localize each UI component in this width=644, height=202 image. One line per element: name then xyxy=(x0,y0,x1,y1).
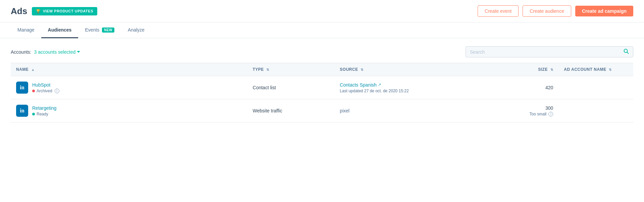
events-new-badge: NEW xyxy=(102,28,114,33)
status-dot-2 xyxy=(32,113,35,115)
info-icon-1[interactable]: i xyxy=(55,89,59,93)
tab-audiences[interactable]: Audiences xyxy=(41,22,78,38)
accounts-label: Accounts: xyxy=(11,49,31,55)
cell-size-1: 420 xyxy=(496,76,559,99)
audience-name-2[interactable]: Retargeting xyxy=(32,105,56,111)
external-link-icon-1: ↗ xyxy=(378,83,381,87)
cell-name-2: in Retargeting Ready xyxy=(11,99,247,122)
size-value-1: 420 xyxy=(502,85,553,90)
top-bar-right: Create event Create audience Create ad c… xyxy=(478,5,633,17)
page-title: Ads xyxy=(11,6,27,16)
cell-type-2: Website traffic xyxy=(247,99,334,122)
search-icon[interactable] xyxy=(624,49,629,55)
sort-icon-size: ⇅ xyxy=(550,68,553,71)
linkedin-icon-2: in xyxy=(16,105,28,117)
cell-adaccount-1 xyxy=(558,76,633,99)
cell-size-2: 300 Too small i xyxy=(496,99,559,122)
nav-tabs: Manage Audiences Events NEW Analyze xyxy=(0,22,644,38)
cell-adaccount-2 xyxy=(558,99,633,122)
info-icon-2[interactable]: i xyxy=(548,112,553,116)
accounts-selector: Accounts: 3 accounts selected xyxy=(11,49,80,55)
table-row: in Retargeting Ready Website traffic xyxy=(11,99,633,122)
svg-line-1 xyxy=(627,52,629,54)
col-header-name[interactable]: NAME ▲ xyxy=(11,63,247,76)
source-updated-1: Last updated 27 de oct. de 2020 15:22 xyxy=(340,89,491,93)
size-note-2: Too small xyxy=(530,112,547,116)
create-campaign-button[interactable]: Create ad campaign xyxy=(575,6,633,16)
sort-icon-adaccount: ⇅ xyxy=(609,68,612,71)
table-row: in HubSpot Archived i Contact list xyxy=(11,76,633,99)
table-container: NAME ▲ TYPE ⇅ SOURCE ⇅ SIZE ⇅ AD ACCOUNT… xyxy=(0,63,644,122)
linkedin-icon-1: in xyxy=(16,82,28,94)
pixel-source-2: pixel xyxy=(340,108,491,113)
col-header-adaccount[interactable]: AD ACCOUNT NAME ⇅ xyxy=(558,63,633,76)
table-header-row: NAME ▲ TYPE ⇅ SOURCE ⇅ SIZE ⇅ AD ACCOUNT… xyxy=(11,63,633,76)
chevron-down-icon xyxy=(77,51,80,53)
top-bar: Ads 🏆 VIEW PRODUCT UPDATES Create event … xyxy=(0,0,644,22)
trophy-icon: 🏆 xyxy=(36,9,41,13)
cell-name-1: in HubSpot Archived i xyxy=(11,76,247,99)
tab-manage[interactable]: Manage xyxy=(11,22,41,38)
search-box xyxy=(466,46,633,57)
col-header-type[interactable]: TYPE ⇅ xyxy=(247,63,334,76)
tab-events[interactable]: Events NEW xyxy=(78,22,121,38)
sort-icon-type: ⇅ xyxy=(266,68,269,71)
col-header-source[interactable]: SOURCE ⇅ xyxy=(334,63,496,76)
tab-analyze[interactable]: Analyze xyxy=(121,22,151,38)
status-text-1: Archived xyxy=(37,89,52,93)
size-value-2: 300 xyxy=(502,105,553,111)
create-audience-button[interactable]: Create audience xyxy=(523,5,571,17)
cell-source-1: Contacts Spanish ↗ Last updated 27 de oc… xyxy=(334,76,496,99)
col-header-size[interactable]: SIZE ⇅ xyxy=(496,63,559,76)
sort-icon-source: ⇅ xyxy=(361,68,364,71)
cell-source-2: pixel xyxy=(334,99,496,122)
status-dot-1 xyxy=(32,90,35,92)
audiences-table: NAME ▲ TYPE ⇅ SOURCE ⇅ SIZE ⇅ AD ACCOUNT… xyxy=(11,63,633,122)
sort-icon-name: ▲ xyxy=(31,68,35,71)
cell-type-1: Contact list xyxy=(247,76,334,99)
top-bar-left: Ads 🏆 VIEW PRODUCT UPDATES xyxy=(11,6,97,16)
status-text-2: Ready xyxy=(37,112,48,116)
toolbar: Accounts: 3 accounts selected xyxy=(0,38,644,63)
audience-name-1[interactable]: HubSpot xyxy=(32,82,59,88)
accounts-dropdown[interactable]: 3 accounts selected xyxy=(34,49,80,55)
search-input[interactable] xyxy=(470,49,621,55)
create-event-button[interactable]: Create event xyxy=(478,5,519,17)
view-updates-button[interactable]: 🏆 VIEW PRODUCT UPDATES xyxy=(32,7,97,15)
